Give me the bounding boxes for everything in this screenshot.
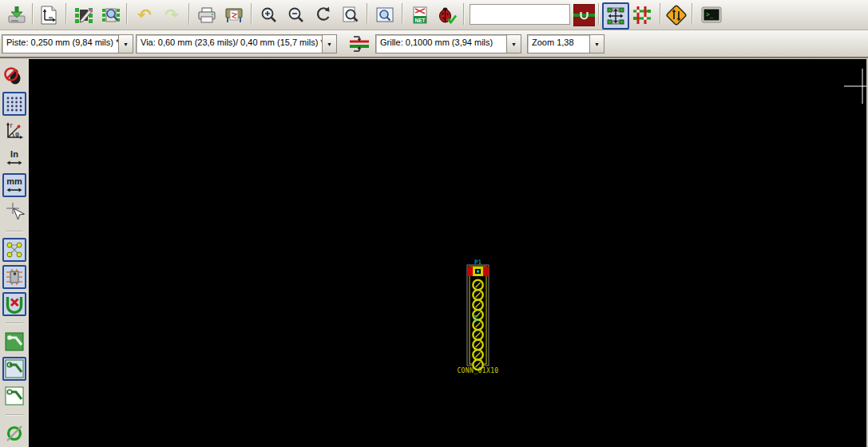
params-toolbar: Piste: 0,250 mm (9,84 mils) * ▼ Via: 0,6… [0,30,868,58]
ratsnest-icon [5,240,24,259]
auto-track-width-button[interactable] [347,32,372,56]
polar-coordinates-icon: φ r [4,121,25,141]
find-button[interactable] [373,3,397,27]
autoroute-button[interactable] [664,3,688,27]
grid-visibility-button[interactable] [2,92,26,116]
units-inches-button[interactable]: In [2,146,26,170]
zoom-out-button[interactable] [284,3,308,27]
redraw-icon [313,5,334,26]
zoom-level-select[interactable]: Zoom 1,38 ▼ [527,34,604,53]
crosshair-cursor [844,69,866,104]
drc-off-button[interactable] [2,65,26,89]
zoom-level-value: Zoom 1,38 [528,35,589,53]
chevron-down-icon[interactable]: ▼ [506,35,521,53]
ratsnest-visibility-button[interactable] [2,238,26,262]
separator [367,3,367,25]
sheet-settings-button[interactable] [37,3,61,27]
zoom-in-button[interactable] [257,3,281,27]
zoom-in-icon [259,5,279,26]
separator [188,3,189,25]
zone-outline-button[interactable] [2,384,26,408]
svg-text:r: r [10,122,14,129]
module-editor-icon [73,5,94,26]
pcb-drawing[interactable]: P1 P1 CONN_01X10 [29,59,866,447]
track-width-select[interactable]: Piste: 0,250 mm (9,84 mils) * ▼ [2,34,133,53]
pads-sketch-icon [4,423,25,444]
find-icon [375,5,395,26]
grid-size-value: Grille: 0,1000 mm (3,94 mils) [376,35,506,53]
svg-text:mm: mm [6,176,22,186]
pcb-canvas[interactable]: P1 P1 CONN_01X10 [29,59,866,447]
drc-ladybug-icon [437,5,458,26]
via-size-select[interactable]: Via: 0,60 mm (23,6 mils)/ 0,40 mm (15,7 … [136,34,337,53]
module-editor-button[interactable] [72,3,96,27]
svg-text:NET: NET [415,18,426,23]
units-mm-icon: mm [4,175,25,196]
chevron-down-icon[interactable]: ▼ [322,35,336,53]
undo-button[interactable]: ↶ [133,3,157,27]
track-autodelete-button[interactable] [2,292,26,316]
layer-pair-icon [573,4,595,26]
netlist-icon: NET [410,5,430,26]
zone-unfilled-button[interactable] [2,357,26,381]
cursor-shape-button[interactable] [2,200,26,224]
footprint-value[interactable]: CONN_01X10 [457,367,498,374]
svg-text:φ: φ [15,131,19,138]
via-size-value: Via: 0,60 mm (23,6 mils)/ 0,40 mm (15,7 … [137,35,322,53]
track-autodelete-icon [4,294,25,314]
zone-unfilled-icon [4,358,25,379]
separator [6,414,23,415]
netlist-button[interactable]: NET [408,3,432,27]
drc-check-button[interactable] [435,3,459,27]
print-button[interactable] [195,3,219,27]
plot-icon [224,5,244,26]
separator [6,231,23,231]
grid-size-select[interactable]: Grille: 0,1000 mm (3,94 mils) ▼ [375,34,521,53]
mode-track-icon [632,5,652,26]
separator [126,3,127,25]
zoom-fit-button[interactable] [339,3,363,27]
svg-text:>_: >_ [706,11,714,18]
plot-button[interactable] [222,3,246,27]
autoroute-icon [665,4,688,26]
separator [65,3,66,25]
print-icon [196,5,217,26]
scripting-console-button[interactable]: >_ [700,3,723,27]
chevron-down-icon[interactable]: ▼ [118,35,133,53]
footprint-viewer-button[interactable] [99,3,123,27]
mode-track-button[interactable] [630,3,654,27]
track-width-value: Piste: 0,250 mm (9,84 mils) * [2,35,118,53]
zoom-out-icon [286,5,307,26]
separator [6,322,23,323]
pads-sketch-button[interactable] [2,421,26,445]
track-width-auto-icon [348,34,371,54]
save-icon [6,5,27,26]
chevron-down-icon[interactable]: ▼ [589,35,604,53]
module-ratsnest-button[interactable] [2,265,26,289]
left-options-toolbar: φ r In mm [0,59,29,447]
footprint-reference-vertical[interactable]: P1 [474,314,480,321]
layer-pair-button[interactable] [573,3,596,27]
redo-button[interactable]: ↷ [160,3,184,27]
separator [402,3,402,25]
redraw-button[interactable] [311,3,335,27]
scripting-console-icon: >_ [700,5,723,26]
units-mm-button[interactable]: mm [2,173,26,197]
units-inches-icon: In [4,148,25,168]
zone-outline-icon [4,386,25,406]
layer-selector[interactable] [470,4,570,25]
zone-filled-icon [4,331,25,352]
footprint-viewer-icon [101,5,121,26]
sheet-settings-icon [38,5,59,26]
drc-off-icon [4,66,25,87]
mode-footprint-button[interactable] [602,2,629,30]
polar-coordinates-button[interactable]: φ r [2,119,26,143]
zone-filled-button[interactable] [2,330,26,354]
save-board-button[interactable] [5,3,29,27]
svg-text:In: In [10,149,18,159]
zoom-fit-icon [340,5,361,26]
grid-icon [5,94,24,113]
footprint-reference[interactable]: P1 [474,259,482,266]
redo-icon: ↷ [164,7,179,24]
module-ratsnest-icon [4,267,25,287]
